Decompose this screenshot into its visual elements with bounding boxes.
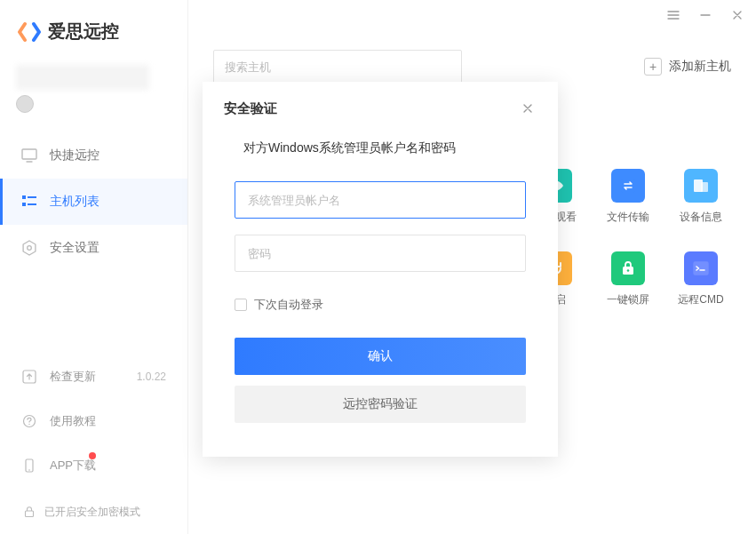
svg-rect-14 bbox=[621, 179, 635, 193]
brand-icon bbox=[18, 20, 41, 44]
upload-icon bbox=[21, 369, 37, 385]
add-host-label: 添加新主机 bbox=[669, 59, 731, 75]
svg-rect-2 bbox=[28, 196, 36, 198]
add-host-button[interactable]: + 添加新主机 bbox=[644, 58, 731, 76]
menu-icon[interactable] bbox=[665, 7, 681, 23]
action-label: 设备信息 bbox=[680, 210, 722, 225]
plus-icon: + bbox=[644, 58, 662, 76]
svg-rect-0 bbox=[22, 149, 36, 159]
avatar bbox=[16, 95, 34, 113]
sidebar-item-label: 安全设置 bbox=[50, 240, 99, 256]
sidebar-bottom: 检查更新 1.0.22 使用教程 APP下载 bbox=[0, 347, 187, 495]
action-remote-cmd[interactable]: 远程CMD bbox=[672, 251, 729, 307]
check-update-row[interactable]: 检查更新 1.0.22 bbox=[0, 355, 187, 399]
svg-point-6 bbox=[28, 246, 32, 251]
lock-icon bbox=[21, 504, 37, 520]
admin-username-input[interactable] bbox=[235, 181, 526, 219]
terminal-icon bbox=[684, 251, 718, 285]
svg-marker-5 bbox=[23, 241, 36, 255]
confirm-button[interactable]: 确认 bbox=[235, 338, 526, 375]
modal-title: 安全验证 bbox=[224, 100, 277, 117]
svg-rect-16 bbox=[701, 182, 708, 192]
svg-rect-12 bbox=[26, 511, 34, 517]
secure-mode-row: 已开启安全加密模式 bbox=[0, 495, 187, 534]
transfer-icon bbox=[611, 169, 645, 203]
nav: 快捷远控 主机列表 安全设置 bbox=[0, 132, 187, 271]
svg-rect-1 bbox=[22, 195, 26, 199]
svg-rect-4 bbox=[28, 203, 36, 205]
auto-login-checkbox[interactable]: 下次自动登录 bbox=[235, 297, 526, 313]
sidebar-item-label: 主机列表 bbox=[50, 194, 99, 210]
sidebar-item-host-list[interactable]: 主机列表 bbox=[0, 179, 187, 225]
monitor-icon bbox=[21, 147, 37, 163]
window-controls bbox=[665, 7, 745, 23]
svg-rect-19 bbox=[694, 262, 708, 275]
app-label: APP下载 bbox=[50, 458, 96, 474]
svg-point-18 bbox=[627, 269, 630, 272]
update-label: 检查更新 bbox=[50, 369, 96, 385]
action-lock-screen[interactable]: 一键锁屏 bbox=[600, 251, 657, 307]
svg-rect-3 bbox=[22, 203, 26, 206]
device-icon bbox=[684, 169, 718, 203]
gear-icon bbox=[21, 240, 37, 256]
tutorial-label: 使用教程 bbox=[50, 413, 96, 429]
sidebar-item-quick-remote[interactable]: 快捷远控 bbox=[0, 132, 187, 179]
lock-screen-icon bbox=[611, 251, 645, 285]
list-icon bbox=[21, 194, 37, 210]
action-label: 一键锁屏 bbox=[607, 292, 649, 307]
sidebar-item-label: 快捷远控 bbox=[50, 147, 99, 163]
auto-login-label: 下次自动登录 bbox=[254, 297, 323, 313]
brand: 爱思远控 bbox=[0, 0, 187, 60]
search-input[interactable] bbox=[213, 50, 462, 84]
security-verify-modal: 安全验证 对方Windows系统管理员帐户名和密码 下次自动登录 确认 远控密码… bbox=[203, 82, 558, 457]
svg-point-11 bbox=[28, 469, 30, 471]
app-download-row[interactable]: APP下载 bbox=[0, 443, 187, 488]
checkbox-icon bbox=[235, 299, 247, 311]
top-row: + 添加新主机 bbox=[213, 50, 731, 84]
modal-close-button[interactable] bbox=[519, 100, 537, 117]
minimize-button[interactable] bbox=[697, 7, 713, 23]
help-icon bbox=[21, 413, 37, 429]
action-device-info[interactable]: 设备信息 bbox=[672, 169, 729, 225]
tutorial-row[interactable]: 使用教程 bbox=[0, 399, 187, 443]
action-label: 远程CMD bbox=[678, 292, 723, 307]
brand-text: 爱思远控 bbox=[48, 20, 119, 44]
action-file-transfer[interactable]: 文件传输 bbox=[600, 169, 657, 225]
sidebar: 爱思远控 快捷远控 主机列表 bbox=[0, 0, 188, 534]
sidebar-item-security[interactable]: 安全设置 bbox=[0, 225, 187, 271]
version-text: 1.0.22 bbox=[137, 371, 166, 383]
action-label: 文件传输 bbox=[607, 210, 649, 225]
close-button[interactable] bbox=[729, 7, 745, 23]
admin-password-input[interactable] bbox=[235, 235, 526, 272]
modal-subtitle: 对方Windows系统管理员帐户名和密码 bbox=[235, 140, 526, 156]
notification-dot-icon bbox=[89, 452, 96, 459]
user-info bbox=[0, 60, 187, 125]
svg-point-9 bbox=[28, 424, 29, 425]
secure-mode-label: 已开启安全加密模式 bbox=[44, 505, 140, 520]
phone-icon bbox=[21, 458, 37, 474]
remote-password-verify-button[interactable]: 远控密码验证 bbox=[235, 386, 526, 423]
